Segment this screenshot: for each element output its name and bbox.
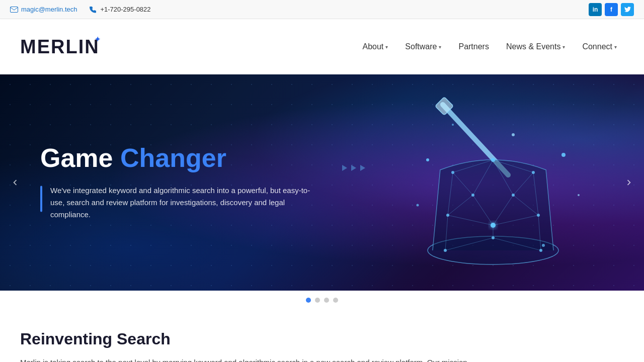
section-title: Reinventing Search bbox=[20, 330, 624, 348]
svg-point-38 bbox=[537, 214, 540, 217]
header: MERLIN✦ About ▾ Software ▾ Partners News… bbox=[0, 19, 644, 74]
nav-partners[interactable]: Partners bbox=[451, 38, 496, 55]
nav-connect[interactable]: Connect ▾ bbox=[575, 38, 624, 55]
svg-point-34 bbox=[471, 194, 474, 197]
hero-section: Game Changer We've integrated keyword an… bbox=[0, 74, 644, 291]
svg-point-36 bbox=[491, 223, 496, 228]
nav-news-events[interactable]: News & Events ▾ bbox=[499, 38, 572, 55]
slider-dot-2[interactable] bbox=[315, 298, 320, 303]
nav-about[interactable]: About ▾ bbox=[356, 38, 395, 55]
svg-point-41 bbox=[492, 236, 495, 239]
svg-point-32 bbox=[451, 171, 454, 174]
hero-title-plain: Game bbox=[40, 143, 120, 172]
svg-point-9 bbox=[512, 133, 515, 136]
hero-content: Game Changer We've integrated keyword an… bbox=[40, 144, 322, 221]
svg-point-35 bbox=[512, 194, 515, 197]
hero-description-wrapper: We've integrated keyword and algorithmic… bbox=[40, 185, 322, 221]
svg-point-7 bbox=[578, 194, 580, 196]
svg-point-37 bbox=[446, 214, 449, 217]
chevron-down-icon: ▾ bbox=[385, 44, 388, 50]
below-fold-section: Reinventing Search Merlin is taking sear… bbox=[0, 310, 644, 362]
slider-dot-4[interactable] bbox=[333, 298, 338, 303]
slider-dot-1[interactable] bbox=[306, 298, 311, 303]
logo[interactable]: MERLIN✦ bbox=[20, 36, 100, 58]
hero-title: Game Changer bbox=[40, 144, 322, 172]
slider-prev-button[interactable] bbox=[6, 173, 24, 192]
logo-text: MERLIN✦ bbox=[20, 36, 100, 57]
slider-dots bbox=[0, 291, 644, 310]
svg-point-5 bbox=[426, 158, 429, 161]
email-link[interactable]: magic@merlin.tech bbox=[21, 6, 77, 13]
section-body: Merlin is taking search to the next leve… bbox=[20, 356, 473, 362]
svg-point-6 bbox=[561, 153, 566, 157]
phone-number: +1-720-295-0822 bbox=[100, 6, 150, 13]
svg-point-8 bbox=[417, 204, 419, 207]
slider-dot-3[interactable] bbox=[324, 298, 329, 303]
twitter-button[interactable] bbox=[621, 3, 634, 16]
hero-illustration bbox=[352, 95, 604, 286]
svg-rect-0 bbox=[11, 7, 18, 12]
social-links: in f bbox=[589, 3, 634, 16]
svg-point-33 bbox=[532, 171, 535, 174]
svg-point-11 bbox=[542, 244, 545, 247]
nav-software[interactable]: Software ▾ bbox=[398, 38, 448, 55]
logo-star-icon: ✦ bbox=[95, 35, 102, 43]
chevron-down-icon: ▾ bbox=[614, 44, 617, 50]
facebook-button[interactable]: f bbox=[605, 3, 618, 16]
chevron-down-icon: ▾ bbox=[439, 44, 441, 50]
contact-info: magic@merlin.tech +1-720-295-0822 bbox=[10, 6, 151, 14]
phone-contact: +1-720-295-0822 bbox=[89, 6, 150, 14]
svg-point-39 bbox=[444, 249, 447, 252]
chevron-down-icon: ▾ bbox=[562, 44, 565, 50]
hero-title-accent: Changer bbox=[120, 143, 226, 172]
phone-icon bbox=[89, 6, 97, 14]
svg-point-31 bbox=[491, 158, 495, 162]
svg-point-40 bbox=[539, 249, 542, 252]
hero-desc-bar bbox=[40, 186, 42, 212]
top-bar: magic@merlin.tech +1-720-295-0822 in f bbox=[0, 0, 644, 19]
svg-point-10 bbox=[452, 124, 454, 126]
linkedin-button[interactable]: in bbox=[589, 3, 602, 16]
main-nav: About ▾ Software ▾ Partners News & Event… bbox=[356, 38, 624, 55]
email-contact: magic@merlin.tech bbox=[10, 6, 77, 14]
email-icon bbox=[10, 6, 18, 14]
hero-description: We've integrated keyword and algorithmic… bbox=[50, 185, 322, 221]
slider-next-button[interactable] bbox=[620, 173, 638, 192]
